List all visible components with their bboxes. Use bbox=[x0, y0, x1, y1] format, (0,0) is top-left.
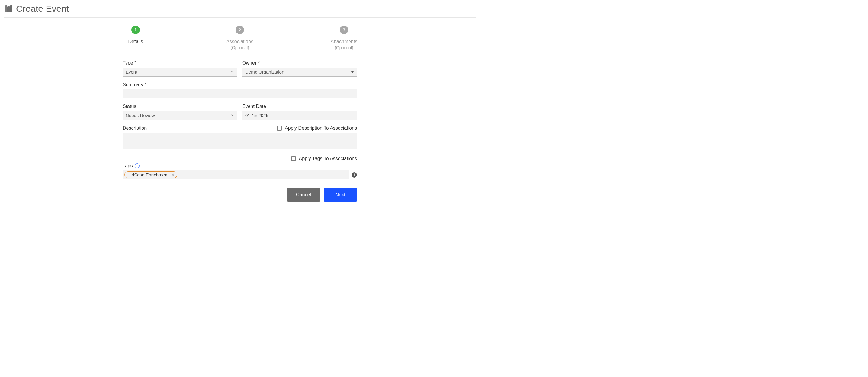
eventdate-input[interactable] bbox=[245, 113, 354, 118]
step-attachments[interactable]: 3 Attachments (Optional) bbox=[334, 26, 354, 50]
apply-tags-row: Apply Tags To Associations bbox=[123, 156, 357, 161]
step-number: 2 bbox=[236, 26, 244, 34]
event-icon bbox=[5, 5, 12, 12]
remove-tag-icon[interactable]: ✕ bbox=[171, 173, 175, 177]
tag-name: UrlScan Enrichment bbox=[128, 172, 168, 177]
row-type-owner: Type * Event Owner * Demo Organization bbox=[123, 60, 357, 77]
owner-select[interactable]: Demo Organization bbox=[242, 68, 357, 77]
tags-row: UrlScan Enrichment ✕ bbox=[123, 170, 357, 179]
apply-tags-label: Apply Tags To Associations bbox=[299, 156, 357, 161]
description-label: Description bbox=[123, 126, 147, 131]
description-header: Description Apply Description To Associa… bbox=[123, 126, 357, 131]
step-sublabel: (Optional) bbox=[335, 45, 353, 50]
apply-description-checkbox[interactable]: Apply Description To Associations bbox=[277, 126, 357, 131]
eventdate-label: Event Date bbox=[242, 104, 357, 109]
type-label: Type * bbox=[123, 60, 238, 66]
eventdate-input-wrapper bbox=[242, 111, 357, 120]
step-connector bbox=[250, 30, 334, 30]
chevron-down-icon bbox=[230, 113, 235, 118]
step-connector bbox=[146, 30, 229, 30]
apply-description-label: Apply Description To Associations bbox=[285, 126, 357, 131]
step-number: 3 bbox=[340, 26, 348, 34]
owner-label: Owner * bbox=[242, 60, 357, 66]
type-select[interactable]: Event bbox=[123, 68, 238, 77]
tags-label-text: Tags bbox=[123, 163, 133, 169]
status-label: Status bbox=[123, 104, 238, 109]
tags-label: Tags i bbox=[123, 163, 357, 169]
status-select[interactable]: Needs Review bbox=[123, 111, 238, 120]
page-title: Create Event bbox=[16, 4, 69, 14]
divider bbox=[4, 18, 476, 18]
checkbox-icon bbox=[277, 126, 282, 131]
stepper: 1 Details 2 Associations (Optional) 3 At… bbox=[125, 26, 354, 50]
step-label: Associations bbox=[226, 39, 253, 44]
description-field bbox=[123, 133, 357, 149]
info-icon[interactable]: i bbox=[135, 164, 140, 168]
checkbox-icon bbox=[291, 156, 296, 161]
add-tag-button[interactable] bbox=[351, 172, 357, 178]
step-associations[interactable]: 2 Associations (Optional) bbox=[229, 26, 250, 50]
step-sublabel: (Optional) bbox=[230, 45, 249, 50]
tags-input[interactable]: UrlScan Enrichment ✕ bbox=[123, 170, 348, 179]
step-number: 1 bbox=[131, 26, 140, 34]
status-value: Needs Review bbox=[126, 113, 155, 118]
summary-input-wrapper bbox=[123, 89, 357, 98]
summary-input[interactable] bbox=[126, 91, 354, 96]
chevron-down-icon bbox=[230, 69, 235, 74]
type-value: Event bbox=[126, 69, 137, 74]
page-root: Create Event 1 Details 2 Associations (O… bbox=[0, 0, 476, 214]
next-button[interactable]: Next bbox=[324, 188, 357, 202]
apply-tags-checkbox[interactable]: Apply Tags To Associations bbox=[291, 156, 357, 161]
summary-label: Summary * bbox=[123, 82, 357, 88]
description-textarea[interactable] bbox=[123, 133, 357, 148]
resize-handle-icon[interactable] bbox=[353, 145, 357, 149]
form: Type * Event Owner * Demo Organization bbox=[123, 60, 357, 202]
cancel-button[interactable]: Cancel bbox=[287, 188, 320, 202]
step-details[interactable]: 1 Details bbox=[125, 26, 146, 44]
page-header: Create Event bbox=[4, 3, 476, 18]
step-label: Attachments bbox=[331, 39, 358, 44]
tag-chip: UrlScan Enrichment ✕ bbox=[124, 171, 177, 178]
owner-value: Demo Organization bbox=[245, 69, 284, 74]
row-summary: Summary * bbox=[123, 82, 357, 98]
row-status-date: Status Needs Review Event Date bbox=[123, 104, 357, 120]
caret-down-icon bbox=[351, 71, 354, 73]
step-label: Details bbox=[128, 39, 143, 44]
button-row: Cancel Next bbox=[123, 188, 357, 202]
